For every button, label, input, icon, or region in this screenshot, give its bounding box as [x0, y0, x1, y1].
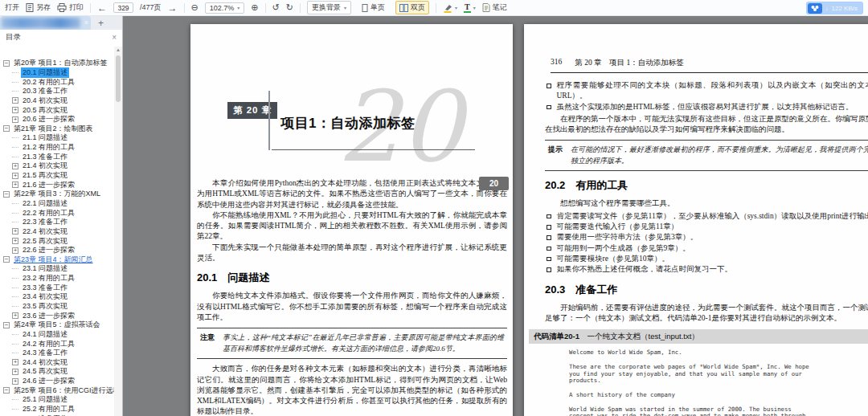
toc-item[interactable]: 24.2 有用的工具: [2, 339, 114, 349]
toc-item[interactable]: −第23章 项目4：新闻汇总: [2, 255, 114, 264]
print-button[interactable]: 打印: [57, 2, 84, 13]
paragraph: 大致而言，你的任务是对各种文本元素（如标题和突出的文本）进行分类，再清晰地标记它…: [197, 364, 507, 416]
save-as-button[interactable]: 另存: [26, 2, 51, 13]
zoom-level-dropdown[interactable]: 102.7% ▾: [205, 2, 245, 14]
code-listing-number: 代码清单20-1: [534, 332, 579, 341]
change-background-dropdown[interactable]: 更换背景 ▾: [307, 1, 351, 14]
toc-item[interactable]: 24.3 准备工作: [2, 349, 114, 358]
expand-icon[interactable]: +: [12, 247, 18, 254]
document-tab[interactable]: ×: [0, 16, 91, 30]
notes-button[interactable]: 笔记: [482, 2, 507, 13]
toc-item[interactable]: −第20章 项目1：自动添加标签: [2, 59, 114, 68]
undo-button[interactable]: ↺: [272, 3, 280, 12]
toc-item[interactable]: 21.2 有用的工具: [2, 143, 114, 153]
undo-icon: ↺: [272, 2, 280, 12]
toc-item[interactable]: 22.2 有用的工具: [2, 208, 114, 218]
expand-icon[interactable]: +: [12, 181, 18, 188]
collapse-icon[interactable]: −: [3, 125, 10, 132]
toc-item[interactable]: +20.5 再次实现: [2, 105, 114, 115]
toc-item[interactable]: +20.6 进一步探索: [2, 115, 114, 124]
expand-icon[interactable]: +: [12, 97, 18, 104]
toc-item[interactable]: −第25章 项目6：使用CGI进行远程编辑: [2, 385, 114, 395]
expand-icon[interactable]: +: [12, 116, 18, 123]
single-page-button[interactable]: 单页: [358, 1, 389, 14]
bullet-item: 肯定需要读写文件（参见第11章），至少要从标准输入（sys.stdin）读取以及…: [545, 211, 868, 222]
toc-item[interactable]: +22.4 初次实现: [2, 227, 114, 237]
tree-connector: [12, 306, 18, 307]
prev-page-button[interactable]: ←: [97, 3, 107, 13]
scrollbar-up-icon[interactable]: ▲: [114, 47, 122, 54]
toc-item[interactable]: 23.2 有用的工具: [2, 274, 114, 283]
toc-item[interactable]: +22.6 进一步探索: [2, 246, 114, 255]
toc-item[interactable]: 20.2 有用的工具: [2, 77, 114, 87]
toc-item[interactable]: 21.1 问题描述: [2, 133, 114, 143]
expand-icon[interactable]: +: [12, 312, 18, 319]
expand-icon[interactable]: +: [12, 173, 18, 179]
tree-connector: [12, 91, 18, 92]
expand-icon[interactable]: +: [12, 228, 18, 235]
double-page-button[interactable]: 双页: [395, 1, 429, 14]
text-tool-button[interactable]: T ▾: [464, 3, 476, 13]
toc-item[interactable]: +24.4 初次实现: [2, 358, 114, 368]
expand-icon[interactable]: +: [12, 359, 18, 365]
toc-item[interactable]: 22.1 问题描述: [2, 199, 114, 209]
bullet-text: 程序需要能够处理不同的文本块（如标题、段落和列表项）以及内嵌文本（如突出的文本和…: [557, 80, 868, 102]
toc-item[interactable]: 21.3 准备工作: [2, 152, 114, 161]
speed-app-logo-icon: [808, 3, 822, 14]
collapse-icon[interactable]: −: [3, 60, 10, 67]
collapse-icon[interactable]: −: [3, 256, 10, 263]
toc-item[interactable]: 24.1 问题描述: [2, 330, 114, 340]
expand-icon[interactable]: +: [12, 163, 18, 169]
toc-item[interactable]: 22.3 准备工作: [2, 218, 114, 227]
toc-item[interactable]: −第21章 项目2：绘制图表: [2, 124, 114, 133]
tree-connector: [12, 222, 18, 222]
toc-item[interactable]: 25.2 有用的工具: [2, 405, 114, 414]
bullet-square-icon: [547, 214, 551, 219]
collapse-icon[interactable]: −: [3, 191, 10, 198]
toc-item[interactable]: 25.1 问题描述: [2, 395, 114, 405]
toc-item[interactable]: 23.5 再次实现: [2, 302, 114, 312]
collapse-icon[interactable]: −: [3, 322, 10, 328]
download-speed-overlay[interactable]: ↓ 122 KB/s: [806, 2, 863, 14]
scrollbar-thumb[interactable]: [116, 55, 121, 102]
expand-icon[interactable]: +: [12, 378, 18, 385]
expand-icon[interactable]: +: [12, 369, 18, 375]
next-page-button[interactable]: →: [168, 3, 178, 13]
toc-item[interactable]: 20.3 准备工作: [2, 87, 114, 96]
expand-icon[interactable]: +: [12, 107, 18, 113]
collapse-icon[interactable]: −: [3, 387, 10, 394]
bullet-square-icon: [547, 84, 551, 88]
toc-item[interactable]: 23.1 问题描述: [2, 264, 114, 274]
toc-item[interactable]: +22.5 再次实现: [2, 236, 114, 246]
toc-item[interactable]: 23.4 初次实现: [2, 292, 114, 302]
open-button[interactable]: 打开: [5, 2, 19, 13]
toc-item[interactable]: −第22章 项目3：万能的XML: [2, 190, 114, 199]
toc-item[interactable]: +23.6 进一步探索: [2, 311, 114, 320]
code-listing-header: 代码清单20-1 一个纯文本文档（test_input.txt）: [529, 329, 868, 344]
toc-item[interactable]: +20.4 初次实现: [2, 96, 114, 106]
sidebar-scrollbar[interactable]: ▲: [114, 47, 122, 416]
toc-item[interactable]: +24.6 进一步探索: [2, 377, 114, 386]
print-button-label: 打印: [69, 2, 84, 13]
chapter-title-rule: [272, 149, 475, 150]
page-number-input[interactable]: [113, 2, 133, 13]
expand-icon[interactable]: +: [12, 238, 18, 244]
document-area[interactable]: 20 第 20 章 项目1：自动添加标签 20 本章介绍如何使用Python杰出…: [123, 16, 868, 416]
tree-connector: [12, 399, 18, 400]
zoom-out-button[interactable]: ⊖: [191, 3, 199, 12]
new-tab-button[interactable]: +: [98, 18, 104, 28]
section-heading: 20.1 问题描述: [197, 271, 507, 285]
toc-item[interactable]: +21.4 初次实现: [2, 161, 114, 171]
toc-item[interactable]: 20.1 问题描述: [2, 68, 114, 78]
toc-item[interactable]: 23.3 准备工作: [2, 283, 114, 292]
open-button-label: 打开: [5, 2, 19, 13]
tab-close-icon[interactable]: ×: [84, 18, 88, 27]
toc-item[interactable]: +21.5 再次实现: [2, 171, 114, 181]
toc-item[interactable]: +24.5 再次实现: [2, 367, 114, 377]
zoom-in-button[interactable]: ⊕: [251, 3, 258, 12]
toc-close-icon[interactable]: ×: [112, 33, 117, 42]
toc-item[interactable]: −第24章 项目5：虚拟茶话会: [2, 320, 114, 330]
redo-button[interactable]: ↻: [286, 3, 293, 12]
toc-item[interactable]: +21.6 进一步探索: [2, 180, 114, 190]
highlighter-tool-button[interactable]: ▾: [443, 3, 457, 13]
